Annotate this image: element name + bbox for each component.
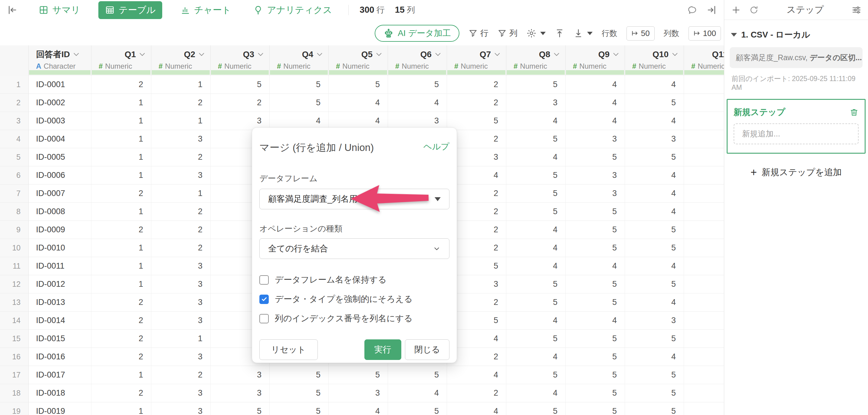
data-grid-header: 回答者ID ACharacter Q1 #Numeric Q2 #Numeric…	[0, 45, 724, 75]
column-type: Character	[43, 62, 75, 70]
view-tabs: サマリ テーブル チャート アナリティクス	[34, 1, 336, 19]
column-menu-chevron-icon[interactable]	[73, 52, 80, 57]
upload-button[interactable]	[555, 28, 564, 38]
column-menu-chevron-icon[interactable]	[553, 52, 560, 57]
table-cell: 5	[566, 330, 625, 348]
table-cell: 5	[270, 366, 329, 384]
tab-summary-label: サマリ	[52, 4, 80, 16]
use-column-index-checkbox[interactable]: 列のインデックス番号を列名にする	[259, 313, 450, 324]
collapse-left-icon[interactable]	[7, 4, 18, 15]
column-menu-chevron-icon[interactable]	[257, 52, 264, 57]
filter-rows-button[interactable]: 行	[468, 28, 489, 39]
table-cell: 1	[91, 402, 151, 415]
trash-icon[interactable]	[849, 108, 859, 117]
filter-cols-button[interactable]: 列	[498, 28, 518, 39]
table-cell: 2	[91, 293, 151, 311]
table-cell	[684, 94, 724, 111]
step-1-source-pill[interactable]: 顧客満足度_Raw.csv, データの区切...	[730, 47, 863, 68]
table-cell	[684, 330, 724, 348]
table-cell: 3	[151, 166, 211, 184]
column-type: Numeric	[402, 62, 429, 70]
column-menu-chevron-icon[interactable]	[494, 52, 501, 57]
table-settings-button[interactable]	[527, 28, 546, 38]
rows-limit-input[interactable]: 50	[626, 26, 655, 40]
step-1-header[interactable]: 1. CSV - ローカル	[731, 29, 866, 40]
table-cell: 5	[388, 402, 447, 415]
add-new-step-button[interactable]: + 新規ステップを追加	[727, 166, 866, 179]
table-cell: 4	[506, 148, 566, 166]
new-step-card: 新規ステップ 新規追加...	[727, 99, 866, 154]
table-cell: 4	[566, 257, 625, 275]
upload-icon	[555, 28, 564, 38]
column-type-marker: #	[454, 62, 458, 70]
table-cell: 3	[625, 130, 684, 148]
sliders-icon[interactable]	[851, 5, 861, 15]
comment-icon[interactable]	[687, 5, 697, 15]
column-header-Q8[interactable]: Q8 #Numeric	[506, 45, 566, 75]
tab-analytics[interactable]: アナリティクス	[249, 1, 336, 19]
column-header-Q2[interactable]: Q2 #Numeric	[151, 45, 211, 75]
column-type: Numeric	[579, 62, 606, 70]
new-step-input[interactable]: 新規追加...	[734, 123, 859, 144]
table-cell: 5	[566, 275, 625, 293]
collapse-right-icon[interactable]	[706, 4, 717, 15]
column-menu-chevron-icon[interactable]	[435, 52, 441, 57]
reset-button[interactable]: リセット	[259, 340, 318, 360]
table-cell: 2	[211, 94, 270, 111]
tab-chart[interactable]: チャート	[176, 1, 235, 19]
ai-data-wrangling-button[interactable]: AI データ加工	[375, 25, 459, 42]
table-cell: 2	[447, 384, 506, 402]
close-button[interactable]: 閉じる	[405, 340, 450, 360]
column-header-Q6[interactable]: Q6 #Numeric	[388, 45, 447, 75]
tab-table[interactable]: テーブル	[98, 1, 162, 19]
cols-limit-input[interactable]: 100	[688, 26, 721, 40]
chevron-down-icon	[435, 197, 441, 201]
column-header-回答者ID[interactable]: 回答者ID ACharacter	[29, 45, 91, 75]
ai-button-label: AI データ加工	[398, 28, 451, 39]
row-number-header	[0, 45, 29, 75]
table-cell: 5	[625, 94, 684, 111]
table-cell: 5	[625, 402, 684, 415]
help-link[interactable]: ヘルプ	[424, 141, 450, 153]
refresh-icon[interactable]	[749, 5, 759, 15]
keep-dataframe-name-checkbox[interactable]: データフレーム名を保持する	[259, 274, 450, 286]
column-header-Q4[interactable]: Q4 #Numeric	[270, 45, 329, 75]
column-header-Q11[interactable]: Q11 #Numeric	[684, 45, 724, 75]
column-header-Q10[interactable]: Q10 #Numeric	[625, 45, 684, 75]
column-header-Q7[interactable]: Q7 #Numeric	[447, 45, 506, 75]
operation-type-select[interactable]: 全ての行を結合	[259, 238, 450, 259]
row-number: 2	[0, 94, 29, 111]
column-header-Q3[interactable]: Q3 #Numeric	[211, 45, 270, 75]
table-cell: 5	[566, 384, 625, 402]
column-menu-chevron-icon[interactable]	[613, 52, 619, 57]
column-menu-chevron-icon[interactable]	[376, 52, 382, 57]
run-button[interactable]: 実行	[364, 340, 401, 360]
column-menu-chevron-icon[interactable]	[198, 52, 205, 57]
data-quality-bar	[270, 70, 328, 75]
table-cell: 3	[151, 293, 211, 311]
tab-summary[interactable]: サマリ	[34, 1, 85, 19]
column-header-Q1[interactable]: Q1 #Numeric	[91, 45, 151, 75]
table-cell: 4	[566, 75, 625, 93]
row-number: 18	[0, 384, 29, 402]
table-cell: 5	[625, 148, 684, 166]
table-cell: 2	[91, 330, 151, 348]
add-step-icon[interactable]	[731, 5, 741, 15]
table-cell: ID-0005	[29, 148, 91, 166]
column-header-Q9[interactable]: Q9 #Numeric	[566, 45, 625, 75]
dataframe-dropdown[interactable]: 顧客満足度調査_列名用	[259, 189, 450, 209]
force-data-types-checkbox[interactable]: データ・タイプを強制的にそろえる	[259, 293, 450, 305]
column-menu-chevron-icon[interactable]	[139, 52, 146, 57]
table-cell: 3	[151, 257, 211, 275]
column-header-Q5[interactable]: Q5 #Numeric	[329, 45, 388, 75]
table-cell: 5	[447, 112, 506, 130]
funnel-icon	[468, 29, 477, 38]
lightbulb-icon	[253, 5, 263, 15]
table-cell: 5	[329, 75, 388, 93]
column-menu-chevron-icon[interactable]	[316, 52, 323, 57]
download-button[interactable]	[574, 28, 593, 38]
filter-rows-label: 行	[480, 28, 489, 39]
table-cell: 3	[329, 384, 388, 402]
column-menu-chevron-icon[interactable]	[672, 52, 678, 57]
row-number: 4	[0, 130, 29, 148]
